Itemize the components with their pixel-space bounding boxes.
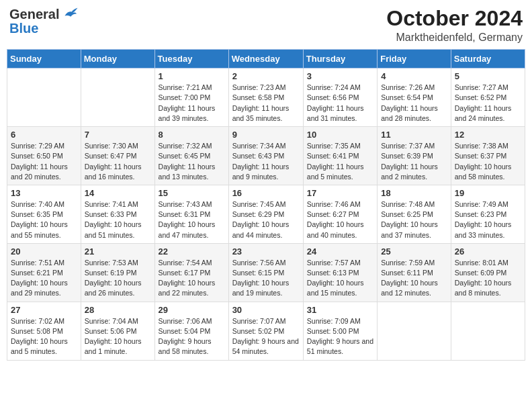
day-info: Sunrise: 7:32 AM Sunset: 6:45 PM Dayligh… (159, 141, 225, 182)
day-info: Sunrise: 7:38 AM Sunset: 6:37 PM Dayligh… (455, 141, 521, 182)
calendar-week-2: 6Sunrise: 7:29 AM Sunset: 6:50 PM Daylig… (7, 127, 525, 185)
day-info: Sunrise: 7:56 AM Sunset: 6:15 PM Dayligh… (232, 258, 300, 299)
day-number: 26 (455, 246, 521, 257)
day-info: Sunrise: 7:37 AM Sunset: 6:39 PM Dayligh… (381, 141, 447, 182)
weekday-header-friday: Friday (378, 50, 451, 68)
day-info: Sunrise: 7:04 AM Sunset: 5:06 PM Dayligh… (85, 316, 151, 357)
calendar-cell: 18Sunrise: 7:48 AM Sunset: 6:25 PM Dayli… (378, 185, 451, 243)
day-info: Sunrise: 7:24 AM Sunset: 6:56 PM Dayligh… (307, 83, 373, 124)
logo-general-text: General (9, 7, 59, 21)
calendar-cell: 5Sunrise: 7:27 AM Sunset: 6:52 PM Daylig… (451, 68, 525, 127)
day-info: Sunrise: 7:29 AM Sunset: 6:50 PM Dayligh… (11, 141, 77, 182)
calendar-cell: 12Sunrise: 7:38 AM Sunset: 6:37 PM Dayli… (451, 127, 525, 185)
month-title: October 2024 (386, 7, 523, 30)
day-info: Sunrise: 7:48 AM Sunset: 6:25 PM Dayligh… (381, 199, 447, 240)
day-number: 12 (455, 130, 521, 140)
day-number: 8 (159, 130, 225, 140)
day-number: 18 (381, 188, 447, 198)
calendar-week-1: 1Sunrise: 7:21 AM Sunset: 7:00 PM Daylig… (7, 68, 525, 127)
calendar-cell: 9Sunrise: 7:34 AM Sunset: 6:43 PM Daylig… (228, 127, 303, 185)
day-number: 10 (307, 130, 373, 140)
day-info: Sunrise: 7:02 AM Sunset: 5:08 PM Dayligh… (11, 316, 77, 357)
day-number: 19 (455, 188, 521, 198)
title-block: October 2024 Marktheidenfeld, Germany (386, 7, 523, 44)
day-number: 25 (381, 246, 447, 257)
logo: General Blue (9, 7, 79, 35)
day-info: Sunrise: 7:35 AM Sunset: 6:41 PM Dayligh… (307, 141, 373, 182)
calendar-cell: 24Sunrise: 7:57 AM Sunset: 6:13 PM Dayli… (303, 243, 377, 302)
day-info: Sunrise: 7:45 AM Sunset: 6:29 PM Dayligh… (232, 199, 300, 240)
day-number: 30 (232, 305, 300, 315)
calendar-week-4: 20Sunrise: 7:51 AM Sunset: 6:21 PM Dayli… (7, 243, 525, 302)
calendar-cell: 11Sunrise: 7:37 AM Sunset: 6:39 PM Dayli… (378, 127, 451, 185)
calendar-cell: 23Sunrise: 7:56 AM Sunset: 6:15 PM Dayli… (228, 243, 303, 302)
weekday-header-sunday: Sunday (7, 50, 81, 68)
calendar-cell: 8Sunrise: 7:32 AM Sunset: 6:45 PM Daylig… (154, 127, 228, 185)
day-info: Sunrise: 7:26 AM Sunset: 6:54 PM Dayligh… (381, 83, 447, 124)
calendar-cell: 1Sunrise: 7:21 AM Sunset: 7:00 PM Daylig… (154, 68, 228, 127)
day-info: Sunrise: 7:54 AM Sunset: 6:17 PM Dayligh… (159, 258, 225, 299)
day-number: 9 (232, 130, 300, 140)
day-info: Sunrise: 7:07 AM Sunset: 5:02 PM Dayligh… (232, 316, 300, 357)
calendar-table: SundayMondayTuesdayWednesdayThursdayFrid… (7, 49, 525, 360)
day-info: Sunrise: 7:30 AM Sunset: 6:47 PM Dayligh… (85, 141, 151, 182)
calendar-cell (451, 302, 525, 360)
calendar-cell: 22Sunrise: 7:54 AM Sunset: 6:17 PM Dayli… (154, 243, 228, 302)
day-info: Sunrise: 7:51 AM Sunset: 6:21 PM Dayligh… (11, 258, 77, 299)
day-number: 2 (232, 71, 300, 81)
calendar-cell: 27Sunrise: 7:02 AM Sunset: 5:08 PM Dayli… (7, 302, 81, 360)
day-info: Sunrise: 7:46 AM Sunset: 6:27 PM Dayligh… (307, 199, 373, 240)
day-info: Sunrise: 7:59 AM Sunset: 6:11 PM Dayligh… (381, 258, 447, 299)
day-info: Sunrise: 7:49 AM Sunset: 6:23 PM Dayligh… (455, 199, 521, 240)
day-number: 27 (11, 305, 77, 315)
calendar-cell: 7Sunrise: 7:30 AM Sunset: 6:47 PM Daylig… (81, 127, 154, 185)
calendar-week-3: 13Sunrise: 7:40 AM Sunset: 6:35 PM Dayli… (7, 185, 525, 243)
calendar-cell: 16Sunrise: 7:45 AM Sunset: 6:29 PM Dayli… (228, 185, 303, 243)
calendar-cell: 25Sunrise: 7:59 AM Sunset: 6:11 PM Dayli… (378, 243, 451, 302)
day-number: 15 (159, 188, 225, 198)
day-number: 13 (11, 188, 77, 198)
day-number: 5 (455, 71, 521, 81)
calendar-cell: 20Sunrise: 7:51 AM Sunset: 6:21 PM Dayli… (7, 243, 81, 302)
calendar-cell: 3Sunrise: 7:24 AM Sunset: 6:56 PM Daylig… (303, 68, 377, 127)
day-number: 3 (307, 71, 373, 81)
calendar-cell: 4Sunrise: 7:26 AM Sunset: 6:54 PM Daylig… (378, 68, 451, 127)
calendar-cell: 21Sunrise: 7:53 AM Sunset: 6:19 PM Dayli… (81, 243, 154, 302)
weekday-header-wednesday: Wednesday (228, 50, 303, 68)
day-info: Sunrise: 7:06 AM Sunset: 5:04 PM Dayligh… (159, 316, 225, 357)
day-number: 7 (85, 130, 151, 140)
day-number: 24 (307, 246, 373, 257)
calendar-cell: 26Sunrise: 8:01 AM Sunset: 6:09 PM Dayli… (451, 243, 525, 302)
day-info: Sunrise: 8:01 AM Sunset: 6:09 PM Dayligh… (455, 258, 521, 299)
page-header: General Blue October 2024 Marktheidenfel… (7, 7, 525, 44)
calendar-cell: 30Sunrise: 7:07 AM Sunset: 5:02 PM Dayli… (228, 302, 303, 360)
day-info: Sunrise: 7:40 AM Sunset: 6:35 PM Dayligh… (11, 199, 77, 240)
day-info: Sunrise: 7:57 AM Sunset: 6:13 PM Dayligh… (307, 258, 373, 299)
calendar-cell (378, 302, 451, 360)
logo-blue-text: Blue (9, 21, 38, 35)
weekday-header-tuesday: Tuesday (154, 50, 228, 68)
day-number: 31 (307, 305, 373, 315)
calendar-week-5: 27Sunrise: 7:02 AM Sunset: 5:08 PM Dayli… (7, 302, 525, 360)
day-info: Sunrise: 7:53 AM Sunset: 6:19 PM Dayligh… (85, 258, 151, 299)
day-number: 29 (159, 305, 225, 315)
calendar-cell (81, 68, 154, 127)
day-number: 16 (232, 188, 300, 198)
day-number: 4 (381, 71, 447, 81)
day-number: 20 (11, 246, 77, 257)
calendar-cell: 17Sunrise: 7:46 AM Sunset: 6:27 PM Dayli… (303, 185, 377, 243)
day-number: 17 (307, 188, 373, 198)
calendar-cell: 15Sunrise: 7:43 AM Sunset: 6:31 PM Dayli… (154, 185, 228, 243)
day-info: Sunrise: 7:41 AM Sunset: 6:33 PM Dayligh… (85, 199, 151, 240)
day-info: Sunrise: 7:34 AM Sunset: 6:43 PM Dayligh… (232, 141, 300, 182)
day-number: 21 (85, 246, 151, 257)
location-subtitle: Marktheidenfeld, Germany (386, 32, 523, 44)
day-number: 28 (85, 305, 151, 315)
weekday-header-row: SundayMondayTuesdayWednesdayThursdayFrid… (7, 50, 525, 68)
day-info: Sunrise: 7:27 AM Sunset: 6:52 PM Dayligh… (455, 83, 521, 124)
calendar-cell: 13Sunrise: 7:40 AM Sunset: 6:35 PM Dayli… (7, 185, 81, 243)
day-number: 6 (11, 130, 77, 140)
weekday-header-thursday: Thursday (303, 50, 377, 68)
calendar-cell: 28Sunrise: 7:04 AM Sunset: 5:06 PM Dayli… (81, 302, 154, 360)
day-info: Sunrise: 7:23 AM Sunset: 6:58 PM Dayligh… (232, 83, 300, 124)
